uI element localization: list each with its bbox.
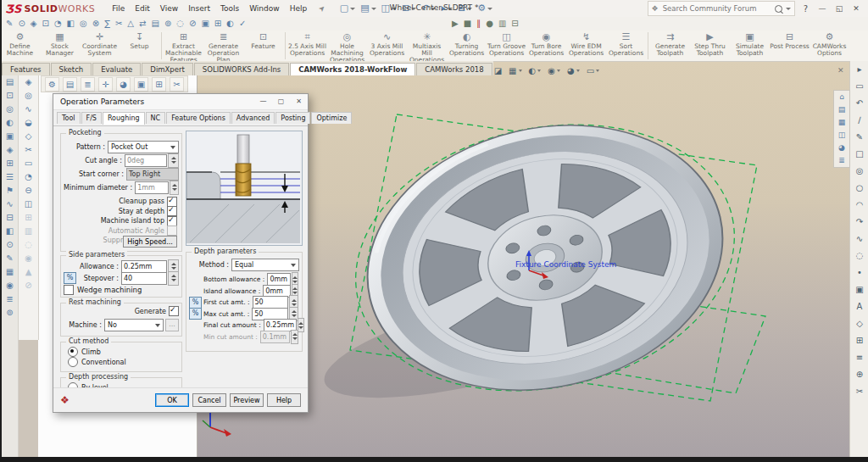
menu-item[interactable]: View xyxy=(155,3,183,14)
sketch-toolbar-icon[interactable]: ▭ xyxy=(855,78,863,95)
left-toolbar-icon[interactable]: ⊟ xyxy=(6,211,13,225)
macro-toolbar-icon[interactable]: ⊙ xyxy=(18,17,25,31)
left-toolbar-icon[interactable]: ◎ xyxy=(6,103,14,116)
turning-operations-button[interactable]: ◐Turning Operations xyxy=(447,31,487,61)
left-toolbar-icon[interactable]: ▦ xyxy=(6,265,14,279)
step-thru-toolpath-button[interactable]: ▶Step Thru Toolpath xyxy=(690,31,730,61)
option-checkbox-row[interactable]: Machine island top xyxy=(64,216,177,226)
option-checkbox-row[interactable]: Automatic Angle xyxy=(64,226,177,237)
method-dropdown[interactable]: Equal xyxy=(231,259,299,271)
left-toolbar-icon[interactable]: ◇ xyxy=(25,130,32,143)
left-toolbar-icon[interactable]: ✂ xyxy=(25,143,31,157)
radio-button[interactable] xyxy=(68,347,78,357)
radio-option[interactable]: Climb xyxy=(61,347,181,357)
coordinate-system-button[interactable]: ✛Coordinate System xyxy=(80,31,120,61)
macro-toolbar-icon[interactable]: ⊞ xyxy=(214,17,221,31)
left-toolbar-icon[interactable]: ⊞ xyxy=(25,211,31,225)
post-process-button[interactable]: ⊟Post Process xyxy=(770,31,810,61)
command-tab[interactable]: SOLIDWORKS Add-Ins xyxy=(194,63,289,75)
dialog-tab[interactable]: Advanced xyxy=(231,112,275,124)
machine-more-button[interactable]: ... xyxy=(165,319,179,331)
macro-toolbar-icon[interactable]: ⊚ xyxy=(164,17,171,31)
generate-checkbox[interactable] xyxy=(169,306,179,316)
sketch-toolbar-icon[interactable]: ∕ xyxy=(858,112,860,129)
left-toolbar-icon[interactable]: ◒ xyxy=(25,116,32,130)
menu-item[interactable]: Insert xyxy=(183,3,215,14)
stock-manager-button[interactable]: ▦Stock Manager xyxy=(40,31,80,61)
3-axis-mill-operations-button[interactable]: ∿3 Axis Mill Operations xyxy=(367,31,407,61)
generate-operation-plan-button[interactable]: ≣Generate Operation Plan xyxy=(203,31,243,61)
cam-tree-toolbar-icon[interactable]: ▣ xyxy=(134,77,148,92)
dialog-close-button[interactable]: ✕ xyxy=(290,94,308,109)
left-toolbar-icon[interactable]: ◫ xyxy=(25,198,32,211)
menu-item[interactable]: Tools xyxy=(215,3,244,14)
view-orientation-icon[interactable]: ▦ xyxy=(509,66,521,75)
left-toolbar-icon[interactable]: ⊞ xyxy=(6,157,13,170)
file-explorer-icon[interactable]: ▦ xyxy=(838,116,846,129)
macro-toolbar-icon[interactable]: ◐ xyxy=(226,17,234,31)
dialog-tab[interactable]: F/S xyxy=(81,112,102,124)
left-toolbar-icon[interactable]: ◈ xyxy=(7,143,14,157)
cam-tree-toolbar-icon[interactable]: ≣ xyxy=(81,77,95,92)
stepover-field[interactable]: 40 xyxy=(121,272,167,285)
macro-toolbar-icon[interactable]: ⊡ xyxy=(42,17,48,31)
dialog-maximize-button[interactable]: ▢ xyxy=(272,94,290,109)
home-icon[interactable]: ⌂ xyxy=(839,91,844,103)
appearances-icon[interactable]: ◕ xyxy=(838,142,845,154)
macro-toolbar-icon[interactable]: ◔ xyxy=(54,17,62,31)
ok-button[interactable]: OK xyxy=(155,393,189,407)
macro-run-icon[interactable]: ■ xyxy=(464,17,471,31)
cancel-button[interactable]: Cancel xyxy=(192,393,226,407)
cam-tree-toolbar-icon[interactable]: ✛ xyxy=(98,77,113,92)
preview-button[interactable]: Preview xyxy=(230,393,264,407)
dialog-tab[interactable]: Feature Options xyxy=(166,112,231,124)
value-spinner[interactable] xyxy=(298,318,304,332)
dialog-minimize-button[interactable]: — xyxy=(254,94,272,109)
left-toolbar-icon[interactable]: ✎ xyxy=(6,252,13,265)
command-tab[interactable]: Evaluate xyxy=(92,63,141,75)
feature-button[interactable]: ⊡Feature xyxy=(243,31,283,61)
option-checkbox-row[interactable]: Stay at depth xyxy=(64,207,177,217)
custom-properties-icon[interactable]: ≣ xyxy=(838,154,845,167)
percent-toggle-button[interactable]: % xyxy=(189,297,202,309)
sketch-toolbar-icon[interactable]: ∿ xyxy=(856,231,863,248)
high-speed-button[interactable]: High Speed... xyxy=(123,236,177,248)
define-machine-button[interactable]: ⚙Define Machine xyxy=(0,31,40,61)
options-gear-icon[interactable]: ⚙ xyxy=(477,3,492,14)
left-toolbar-icon[interactable]: ◧ xyxy=(6,225,14,238)
menu-item[interactable]: Edit xyxy=(130,3,154,14)
value-field[interactable]: 0.1mm xyxy=(260,331,290,343)
edit-appearance-icon[interactable]: ◕ xyxy=(567,66,580,75)
sketch-toolbar-icon[interactable]: ⊞ xyxy=(856,332,863,349)
command-tab[interactable]: CAMWorks 2018 xyxy=(416,63,492,75)
left-toolbar-icon[interactable]: ⊡ xyxy=(6,89,13,103)
macro-toolbar-icon[interactable]: ◌ xyxy=(176,17,184,31)
menu-item[interactable]: Help xyxy=(285,3,313,14)
macro-toolbar-icon[interactable]: △ xyxy=(127,17,134,31)
sketch-toolbar-icon[interactable]: ▸ xyxy=(857,61,861,78)
open-document-icon[interactable]: ▤ xyxy=(360,3,376,14)
simulate-toolpath-button[interactable]: ▣Simulate Toolpath xyxy=(730,31,770,61)
left-toolbar-icon[interactable]: ◉ xyxy=(25,252,32,265)
display-style-icon[interactable]: ◐ xyxy=(529,66,542,75)
wire-edm-operations-button[interactable]: ↯Wire EDM Operations xyxy=(566,31,606,61)
macro-toolbar-icon[interactable]: ▤ xyxy=(151,17,159,31)
camworks-options-button[interactable]: ⚙CAMWorks Options xyxy=(810,31,849,61)
cam-tree-toolbar-icon[interactable]: ✂ xyxy=(170,77,184,92)
cam-tree-toolbar-icon[interactable]: ⊞ xyxy=(152,77,166,92)
generate-toolpath-button[interactable]: ⇉Generate Toolpath xyxy=(650,31,690,61)
left-toolbar-icon[interactable]: ⊚ xyxy=(6,306,13,320)
macro-toolbar-icon[interactable]: ◈ xyxy=(31,17,37,31)
extract-machinable-features-button[interactable]: ⊞Extract Machinable Features xyxy=(164,31,203,61)
value-spinner[interactable] xyxy=(291,330,298,344)
minimize-button[interactable]: — xyxy=(814,4,831,13)
sketch-toolbar-icon[interactable]: ◎ xyxy=(856,163,864,180)
dialog-tab[interactable]: Optimize xyxy=(311,112,352,124)
left-toolbar-icon[interactable]: ⊙ xyxy=(6,238,13,252)
macro-toolbar-icon[interactable]: ⇄ xyxy=(139,17,146,31)
left-toolbar-icon[interactable]: ◌ xyxy=(25,238,32,252)
sketch-toolbar-icon[interactable]: ◌ xyxy=(856,248,864,264)
left-toolbar-icon[interactable]: ◔ xyxy=(25,170,32,184)
community-search[interactable]: ❖ xyxy=(648,1,795,16)
cam-tree-toolbar-icon[interactable]: ⚙ xyxy=(45,77,59,92)
